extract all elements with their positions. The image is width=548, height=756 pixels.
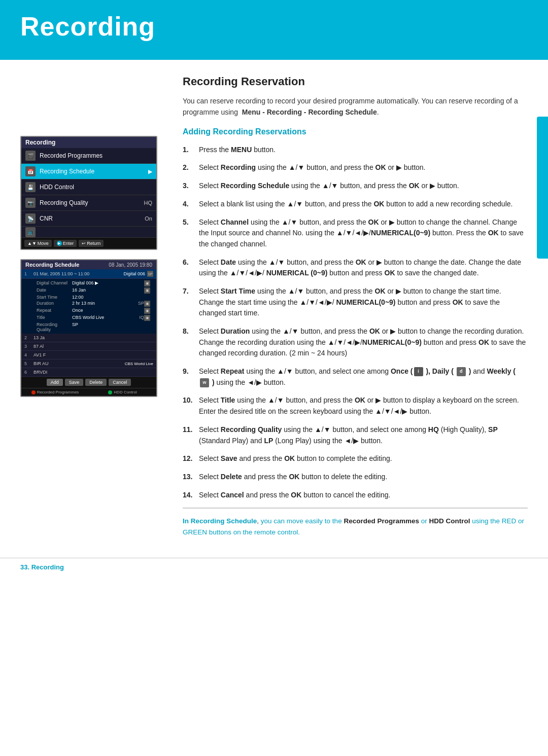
menu-item-recorded-programmes[interactable]: 🎬 Recorded Programmes — [21, 148, 156, 164]
step-2: 2. Select Recording using the ▲/▼ button… — [183, 162, 528, 173]
sched-row-3[interactable]: 3 87 Al — [21, 342, 156, 351]
sched-tab-hdd[interactable]: HDD Control — [89, 388, 156, 396]
menu-item-label-schedule: Recording Schedule — [40, 168, 144, 175]
step-5: 5. Select Channel using the ▲/▼ button, … — [183, 217, 528, 250]
step-7: 7. Select Start Time using the ▲/▼ butto… — [183, 286, 528, 319]
detail-quality: Recording Quality SP — [24, 321, 153, 333]
sched-cancel-btn[interactable]: Cancel — [109, 379, 131, 386]
menu-item-recording-schedule[interactable]: 📅 Recording Schedule ▶ — [21, 164, 156, 179]
cnr-icon: 📡 — [25, 213, 36, 224]
hdd-icon: 💾 — [25, 182, 36, 192]
menu-title-bar: Recording — [21, 137, 156, 148]
tip-box: In Recording Schedule, you can move easi… — [183, 508, 528, 537]
steps-list: 1. Press the MENU button. 2. Select Reco… — [183, 145, 528, 501]
section-title: Recording Reservation — [183, 75, 528, 88]
empty-icon: 📺 — [25, 227, 36, 237]
detail-date: Date 16 Jan ▣ — [24, 287, 153, 294]
repeat-icon: ▣ — [144, 308, 150, 314]
sched-row-6[interactable]: 6 BRVDI — [21, 368, 156, 377]
sched-add-btn[interactable]: Add — [47, 379, 63, 386]
cnr-value: On — [145, 215, 152, 222]
sched-actions: Add Save Delete Cancel — [21, 377, 156, 388]
arrow-icon: ▲▼ — [27, 241, 37, 246]
menu-item-cnr[interactable]: 📡 CNR On — [21, 211, 156, 227]
sched-delete-btn[interactable]: Delete — [85, 379, 107, 386]
duration-icon: ▣ — [144, 301, 150, 307]
quality-icon: 📷 — [25, 198, 36, 208]
detail-channel: Digital Channel Digital 006 ▶ ▣ — [24, 280, 153, 287]
menu-screenshot-title: Recording — [25, 139, 55, 146]
main-container: Recording 🎬 Recorded Programmes 📅 Record… — [0, 60, 548, 553]
menu-item-label-quality: Recording Quality — [40, 199, 140, 206]
step-10: 10. Select Title using the ▲/▼ button, a… — [183, 395, 528, 417]
sched-row-2[interactable]: 2 13 Ja — [21, 334, 156, 342]
sched-row-5[interactable]: 5 BIR AU CBS World Live — [21, 359, 156, 368]
right-column: Recording Reservation You can reserve re… — [183, 75, 528, 537]
step-11: 11. Select Recording Quality using the ▲… — [183, 424, 528, 446]
detail-starttime: Start Time 12:00 — [24, 294, 153, 300]
step-13: 13. Select Delete and press the OK butto… — [183, 472, 528, 483]
header-bar — [0, 56, 548, 60]
step-6: 6. Select Date using the ▲/▼ button, and… — [183, 257, 528, 279]
recorded-programmes-icon: 🎬 — [25, 151, 36, 161]
daily-icon: d — [457, 367, 466, 376]
detail-duration: Duration 2 hr 13 min SP ▣ — [24, 300, 153, 307]
step-4: 4. Select a blank list using the ▲/▼ but… — [183, 199, 528, 210]
enter-button[interactable]: ▶ Enter — [54, 240, 77, 247]
sched-title: Recording Schedule — [25, 262, 79, 268]
menu-item-recording-quality[interactable]: 📷 Recording Quality HQ — [21, 195, 156, 211]
back-label: Return — [87, 241, 100, 246]
once-icon: i — [414, 367, 423, 376]
tip-text: In Recording Schedule, you can move easi… — [183, 516, 528, 537]
menu-item-label-hdd: HDD Control — [40, 184, 148, 191]
step-1: 1. Press the MENU button. — [183, 145, 528, 156]
step-9: 9. Select Repeat using the ▲/▼ button, a… — [183, 366, 528, 388]
return-button[interactable]: ↩ Return — [79, 240, 104, 247]
footer-text: 33. Recording — [20, 563, 64, 571]
menu-item-label-recorded: Recorded Programmes — [40, 152, 148, 159]
section-description: You can reserve recording to record your… — [183, 95, 528, 118]
page-header: Recording — [0, 0, 548, 56]
step-3: 3. Select Recording Schedule using the ▲… — [183, 181, 528, 192]
red-dot-icon — [31, 390, 36, 394]
page-footer: 33. Recording — [0, 558, 548, 576]
sched-tab-recorded[interactable]: Recorded Programmes — [21, 388, 89, 396]
menu-item-empty: 📺 — [21, 227, 156, 238]
green-dot-icon — [108, 390, 112, 394]
sched-date: 08 Jan, 2005 19:80 — [109, 262, 152, 268]
detail-repeat: Repeat Once ▣ — [24, 307, 153, 314]
schedule-screenshot: Recording Schedule 08 Jan, 2005 19:80 1 … — [20, 259, 157, 397]
menu-footer: ▲▼ Move ▶ Enter ↩ Return — [21, 238, 156, 249]
subsection-title: Adding Recording Reservations — [183, 127, 528, 136]
channel-icon: ▣ — [144, 280, 150, 286]
recording-schedule-icon: 📅 — [25, 166, 36, 176]
sched-row-1[interactable]: 1 01 Mar, 2005 11:00 ~ 11:00 Digital 006… — [21, 269, 156, 279]
page-title: Recording — [20, 11, 155, 42]
menu-item-label-cnr: CNR — [40, 215, 141, 222]
menu-item-hdd-control[interactable]: 💾 HDD Control — [21, 179, 156, 195]
ok-label: Enter — [63, 241, 74, 246]
back-icon: ↩ — [82, 241, 86, 246]
sched-row-4[interactable]: 4 AV1 F — [21, 351, 156, 359]
weekly-icon: w — [200, 378, 209, 387]
ok-icon: ▶ — [57, 241, 62, 246]
sched-header: Recording Schedule 08 Jan, 2005 19:80 — [21, 260, 156, 269]
sched-detail-panel: Digital Channel Digital 006 ▶ ▣ Date 16 … — [21, 279, 156, 334]
sched-tabs: Recorded Programmes HDD Control — [21, 388, 156, 396]
sp-icon: SP — [147, 271, 153, 277]
sched-save-btn[interactable]: Save — [65, 379, 84, 386]
step-12: 12. Select Save and press the OK button … — [183, 453, 528, 464]
step-14: 14. Select Cancel and press the OK butto… — [183, 490, 528, 501]
detail-title: Title CBS World Live IQ ▣ — [24, 314, 153, 321]
left-column: Recording 🎬 Recorded Programmes 📅 Record… — [20, 136, 167, 537]
title-icon: ▣ — [144, 315, 150, 321]
move-button[interactable]: ▲▼ Move — [24, 240, 52, 247]
quality-value: HQ — [144, 200, 153, 206]
step-8: 8. Select Duration using the ▲/▼ button,… — [183, 326, 528, 359]
date-icon: ▣ — [144, 287, 150, 294]
move-label: Move — [38, 241, 49, 246]
menu-screenshot: Recording 🎬 Recorded Programmes 📅 Record… — [20, 136, 157, 250]
